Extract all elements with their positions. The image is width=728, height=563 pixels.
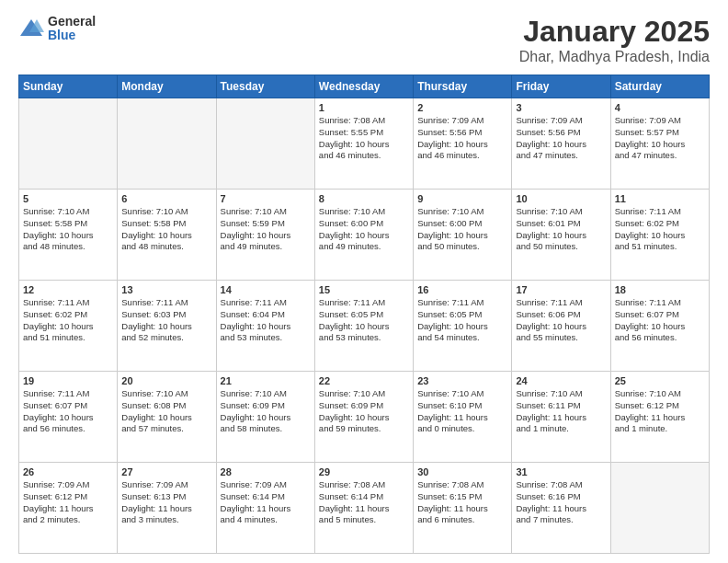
calendar-cell <box>19 98 118 190</box>
day-number: 11 <box>615 193 705 204</box>
day-number: 15 <box>319 284 409 295</box>
day-number: 10 <box>516 193 606 204</box>
day-info: Sunrise: 7:08 AMSunset: 5:55 PMDaylight:… <box>319 115 409 162</box>
col-header-monday: Monday <box>118 75 216 98</box>
week-row-3: 12Sunrise: 7:11 AMSunset: 6:02 PMDayligh… <box>19 281 710 372</box>
day-number: 16 <box>417 284 507 295</box>
calendar-cell: 15Sunrise: 7:11 AMSunset: 6:05 PMDayligh… <box>314 281 413 372</box>
calendar-cell: 21Sunrise: 7:10 AMSunset: 6:09 PMDayligh… <box>216 372 314 463</box>
day-number: 4 <box>615 102 705 113</box>
calendar-cell: 30Sunrise: 7:08 AMSunset: 6:15 PMDayligh… <box>414 463 512 554</box>
day-info: Sunrise: 7:09 AMSunset: 5:56 PMDaylight:… <box>516 115 606 162</box>
day-number: 26 <box>23 466 113 477</box>
calendar-cell: 25Sunrise: 7:10 AMSunset: 6:12 PMDayligh… <box>610 372 709 463</box>
day-info: Sunrise: 7:10 AMSunset: 6:01 PMDaylight:… <box>516 206 606 253</box>
day-info: Sunrise: 7:10 AMSunset: 5:59 PMDaylight:… <box>221 206 311 253</box>
day-info: Sunrise: 7:09 AMSunset: 6:13 PMDaylight:… <box>121 479 211 526</box>
day-number: 6 <box>121 193 211 204</box>
calendar-cell: 1Sunrise: 7:08 AMSunset: 5:55 PMDaylight… <box>314 98 413 190</box>
day-info: Sunrise: 7:10 AMSunset: 6:09 PMDaylight:… <box>221 388 311 435</box>
calendar-cell: 20Sunrise: 7:10 AMSunset: 6:08 PMDayligh… <box>118 372 216 463</box>
calendar-cell: 12Sunrise: 7:11 AMSunset: 6:02 PMDayligh… <box>19 281 118 372</box>
day-number: 3 <box>516 102 606 113</box>
header: General Blue January 2025 Dhar, Madhya P… <box>18 15 710 65</box>
calendar-cell: 18Sunrise: 7:11 AMSunset: 6:07 PMDayligh… <box>610 281 709 372</box>
col-header-wednesday: Wednesday <box>314 75 413 98</box>
day-number: 1 <box>319 102 409 113</box>
day-number: 24 <box>516 375 606 386</box>
calendar-cell: 26Sunrise: 7:09 AMSunset: 6:12 PMDayligh… <box>19 463 118 554</box>
day-number: 7 <box>221 193 311 204</box>
title-block: January 2025 Dhar, Madhya Pradesh, India <box>519 15 710 65</box>
day-number: 19 <box>23 375 113 386</box>
day-info: Sunrise: 7:11 AMSunset: 6:06 PMDaylight:… <box>516 297 606 344</box>
day-info: Sunrise: 7:11 AMSunset: 6:05 PMDaylight:… <box>319 297 409 344</box>
day-info: Sunrise: 7:10 AMSunset: 6:11 PMDaylight:… <box>516 388 606 435</box>
day-number: 31 <box>516 466 606 477</box>
day-number: 22 <box>319 375 409 386</box>
day-info: Sunrise: 7:10 AMSunset: 6:09 PMDaylight:… <box>319 388 409 435</box>
day-number: 17 <box>516 284 606 295</box>
week-row-1: 1Sunrise: 7:08 AMSunset: 5:55 PMDaylight… <box>19 98 710 190</box>
day-info: Sunrise: 7:11 AMSunset: 6:02 PMDaylight:… <box>615 206 705 253</box>
day-number: 12 <box>23 284 113 295</box>
calendar-cell: 22Sunrise: 7:10 AMSunset: 6:09 PMDayligh… <box>314 372 413 463</box>
day-number: 29 <box>319 466 409 477</box>
col-header-friday: Friday <box>512 75 610 98</box>
day-info: Sunrise: 7:08 AMSunset: 6:15 PMDaylight:… <box>417 479 507 526</box>
day-info: Sunrise: 7:09 AMSunset: 6:14 PMDaylight:… <box>221 479 311 526</box>
day-info: Sunrise: 7:11 AMSunset: 6:07 PMDaylight:… <box>23 388 113 435</box>
week-row-4: 19Sunrise: 7:11 AMSunset: 6:07 PMDayligh… <box>19 372 710 463</box>
day-number: 27 <box>121 466 211 477</box>
logo-blue-text: Blue <box>48 29 96 42</box>
day-info: Sunrise: 7:11 AMSunset: 6:04 PMDaylight:… <box>221 297 311 344</box>
day-number: 14 <box>221 284 311 295</box>
day-info: Sunrise: 7:10 AMSunset: 6:08 PMDaylight:… <box>121 388 211 435</box>
calendar-cell: 17Sunrise: 7:11 AMSunset: 6:06 PMDayligh… <box>512 281 610 372</box>
day-number: 18 <box>615 284 705 295</box>
day-info: Sunrise: 7:10 AMSunset: 6:12 PMDaylight:… <box>615 388 705 435</box>
day-info: Sunrise: 7:10 AMSunset: 5:58 PMDaylight:… <box>23 206 113 253</box>
calendar-cell <box>610 463 709 554</box>
calendar-cell: 31Sunrise: 7:08 AMSunset: 6:16 PMDayligh… <box>512 463 610 554</box>
calendar-cell: 19Sunrise: 7:11 AMSunset: 6:07 PMDayligh… <box>19 372 118 463</box>
calendar-table: SundayMondayTuesdayWednesdayThursdayFrid… <box>18 75 710 554</box>
day-info: Sunrise: 7:10 AMSunset: 5:58 PMDaylight:… <box>121 206 211 253</box>
logo: General Blue <box>18 15 96 43</box>
page: General Blue January 2025 Dhar, Madhya P… <box>0 0 728 563</box>
main-title: January 2025 <box>519 15 710 49</box>
calendar-cell: 4Sunrise: 7:09 AMSunset: 5:57 PMDaylight… <box>610 98 709 190</box>
calendar-cell: 6Sunrise: 7:10 AMSunset: 5:58 PMDaylight… <box>118 190 216 281</box>
day-info: Sunrise: 7:09 AMSunset: 5:56 PMDaylight:… <box>417 115 507 162</box>
day-info: Sunrise: 7:09 AMSunset: 6:12 PMDaylight:… <box>23 479 113 526</box>
calendar-cell: 11Sunrise: 7:11 AMSunset: 6:02 PMDayligh… <box>610 190 709 281</box>
calendar-cell: 3Sunrise: 7:09 AMSunset: 5:56 PMDaylight… <box>512 98 610 190</box>
calendar-cell <box>118 98 216 190</box>
calendar-cell: 29Sunrise: 7:08 AMSunset: 6:14 PMDayligh… <box>314 463 413 554</box>
week-row-2: 5Sunrise: 7:10 AMSunset: 5:58 PMDaylight… <box>19 190 710 281</box>
calendar-cell: 28Sunrise: 7:09 AMSunset: 6:14 PMDayligh… <box>216 463 314 554</box>
logo-general-text: General <box>48 15 96 29</box>
calendar-cell: 16Sunrise: 7:11 AMSunset: 6:05 PMDayligh… <box>414 281 512 372</box>
day-number: 23 <box>417 375 507 386</box>
col-header-thursday: Thursday <box>414 75 512 98</box>
calendar-cell: 2Sunrise: 7:09 AMSunset: 5:56 PMDaylight… <box>414 98 512 190</box>
logo-text: General Blue <box>48 15 96 43</box>
col-header-saturday: Saturday <box>610 75 709 98</box>
calendar-cell: 14Sunrise: 7:11 AMSunset: 6:04 PMDayligh… <box>216 281 314 372</box>
header-row: SundayMondayTuesdayWednesdayThursdayFrid… <box>19 75 710 98</box>
day-info: Sunrise: 7:08 AMSunset: 6:16 PMDaylight:… <box>516 479 606 526</box>
day-number: 25 <box>615 375 705 386</box>
day-number: 21 <box>221 375 311 386</box>
day-info: Sunrise: 7:11 AMSunset: 6:05 PMDaylight:… <box>417 297 507 344</box>
day-number: 2 <box>417 102 507 113</box>
day-number: 8 <box>319 193 409 204</box>
calendar-cell: 13Sunrise: 7:11 AMSunset: 6:03 PMDayligh… <box>118 281 216 372</box>
subtitle: Dhar, Madhya Pradesh, India <box>519 49 710 65</box>
day-number: 28 <box>221 466 311 477</box>
calendar-cell: 5Sunrise: 7:10 AMSunset: 5:58 PMDaylight… <box>19 190 118 281</box>
day-info: Sunrise: 7:11 AMSunset: 6:03 PMDaylight:… <box>121 297 211 344</box>
calendar-cell: 9Sunrise: 7:10 AMSunset: 6:00 PMDaylight… <box>414 190 512 281</box>
day-number: 9 <box>417 193 507 204</box>
calendar-cell <box>216 98 314 190</box>
